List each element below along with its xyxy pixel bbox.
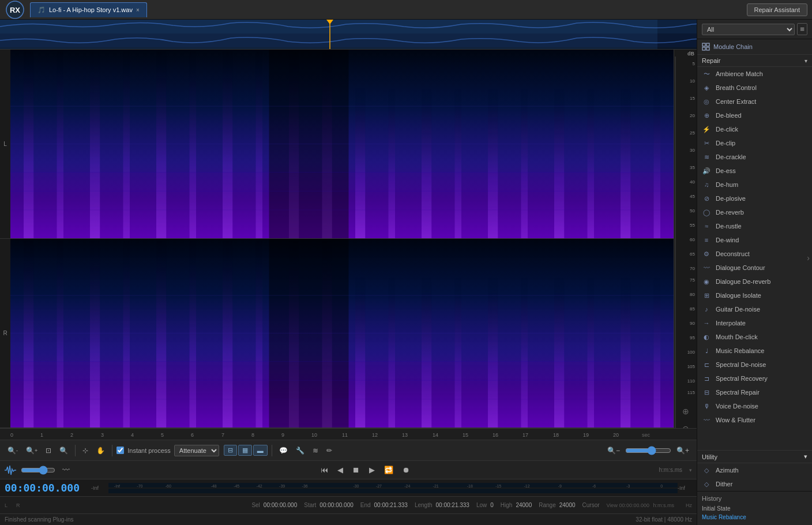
module-item-wow[interactable]: 〰 Wow & Flutter xyxy=(697,413,812,427)
main-layout: L R xyxy=(0,20,812,525)
module-icon-rustle: ≈ xyxy=(702,222,711,231)
go-to-start-btn[interactable]: ⏮ xyxy=(318,464,330,475)
instant-process-label: Instant process xyxy=(127,447,171,454)
loop-btn[interactable]: 🔁 xyxy=(382,464,396,475)
zoom-in-btn[interactable]: 🔍+ xyxy=(674,445,692,456)
module-item-reverb[interactable]: ◯ De-reverb xyxy=(697,205,812,219)
record-btn[interactable]: ⏺ xyxy=(400,464,412,475)
spectrogram-channel-l[interactable] xyxy=(10,50,674,239)
zoom-out-time-btn[interactable]: 🔍- xyxy=(5,445,21,456)
module-item-breath[interactable]: ◈ Breath Control xyxy=(697,81,812,95)
history-item-0[interactable]: Initial State xyxy=(702,504,807,513)
module-item-wind[interactable]: ≡ De-wind xyxy=(697,233,812,247)
panel-filter-header: All ≡ xyxy=(697,20,812,39)
module-icon-voice: 🎙 xyxy=(702,402,711,411)
module-item-contour[interactable]: 〰 Dialogue Contour xyxy=(697,261,812,275)
module-item-dia-reverb[interactable]: ◉ Dialogue De-reverb xyxy=(697,275,812,288)
svg-text:-70: -70 xyxy=(137,484,142,488)
module-icon-guitar: ♪ xyxy=(702,305,711,314)
module-item-clip[interactable]: ✂ De-clip xyxy=(697,136,812,150)
length-label: Length xyxy=(415,502,433,508)
utility-module-list: ◇ Azimuth ◇ Dither xyxy=(697,463,812,491)
eq-btn[interactable]: ≋ xyxy=(310,445,321,456)
module-item-voice[interactable]: 🎙 Voice De-noise xyxy=(697,399,812,413)
module-item-rustle[interactable]: ≈ De-rustle xyxy=(697,219,812,233)
attenuate-select[interactable]: Attenuate xyxy=(174,445,219,456)
module-item-deconstruct[interactable]: ⚙ Deconstruct xyxy=(697,247,812,261)
module-item-wave[interactable]: 〜 Ambience Match xyxy=(697,67,812,81)
instant-process-checkbox[interactable] xyxy=(116,447,124,454)
module-chain-icon xyxy=(702,43,710,51)
db-scale: dB 5 10 15 20 25 30 35 40 45 xyxy=(674,50,697,428)
overview-waveform-area[interactable] xyxy=(0,20,697,50)
zoom-fit-btn[interactable]: ⊡ xyxy=(43,445,54,456)
spectrogram-main[interactable] xyxy=(10,50,674,428)
zoom-in-freq-btn[interactable]: 🔍 xyxy=(57,445,71,456)
render-waveform-btn[interactable]: ⊟ xyxy=(224,445,237,456)
svg-text:9: 9 xyxy=(281,432,284,438)
repair-assistant-button[interactable]: Repair Assistant xyxy=(747,3,807,16)
render-both-btn[interactable]: ▬ xyxy=(253,445,268,456)
svg-text:20: 20 xyxy=(690,113,695,118)
pan-tool-btn[interactable]: ✋ xyxy=(93,445,108,456)
comment-btn[interactable]: 💬 xyxy=(276,445,291,456)
utility-item-azimuth[interactable]: ◇ Azimuth xyxy=(697,463,812,477)
svg-text:-18: -18 xyxy=(467,484,473,488)
zoom-slider[interactable] xyxy=(625,446,671,455)
repair-category-label: Repair xyxy=(702,57,720,64)
volume-slider[interactable] xyxy=(21,466,55,475)
module-item-plosive[interactable]: ⊘ De-plosive xyxy=(697,192,812,205)
module-icon-ess: 🔊 xyxy=(702,166,711,175)
module-item-guitar[interactable]: ♪ Guitar De-noise xyxy=(697,302,812,316)
module-item-hum[interactable]: ♫ De-hum xyxy=(697,178,812,192)
module-chain-btn[interactable]: Module Chain xyxy=(697,39,812,55)
repair-btn[interactable]: 🔧 xyxy=(293,445,307,456)
waveform-type-btn[interactable]: 〰 xyxy=(60,464,72,475)
module-item-isolate[interactable]: ⊞ Dialogue Isolate xyxy=(697,288,812,302)
module-item-bleed[interactable]: ⊕ De-bleed xyxy=(697,108,812,122)
svg-text:25: 25 xyxy=(690,130,695,136)
zoom-out-btn[interactable]: 🔍− xyxy=(604,445,623,456)
module-filter-select[interactable]: All xyxy=(702,24,795,35)
play-btn[interactable]: ▶ xyxy=(367,464,377,475)
active-tab[interactable]: 🎵 Lo-fi - A Hip-hop Story v1.wav × xyxy=(30,2,147,17)
module-item-music[interactable]: ♩ Music Rebalance xyxy=(697,344,812,358)
utility-category-header[interactable]: Utility ▾ xyxy=(697,450,812,463)
svg-text:1: 1 xyxy=(40,432,43,438)
svg-text:12: 12 xyxy=(372,432,378,438)
module-label-bleed: De-bleed xyxy=(716,112,742,119)
select-tool-btn[interactable]: ⊹ xyxy=(80,445,91,456)
module-item-spectral-denoise[interactable]: ⊏ Spectral De-noise xyxy=(697,358,812,372)
svg-text:95: 95 xyxy=(690,335,695,340)
module-label-wind: De-wind xyxy=(716,237,739,243)
end-val: 00:00:21.333 xyxy=(374,502,408,508)
module-item-spectral-recovery[interactable]: ⊐ Spectral Recovery xyxy=(697,372,812,385)
module-item-center[interactable]: ◎ Center Extract xyxy=(697,95,812,108)
render-spectrogram-btn[interactable]: ▦ xyxy=(238,445,252,456)
module-item-crackle[interactable]: ≋ De-crackle xyxy=(697,150,812,164)
filter-menu-btn[interactable]: ≡ xyxy=(797,23,807,35)
module-item-mouth[interactable]: ◐ Mouth De-click xyxy=(697,330,812,344)
time-format-arrow[interactable]: ▾ xyxy=(689,467,692,473)
tab-close-btn[interactable]: × xyxy=(136,7,140,13)
svg-text:-48: -48 xyxy=(211,484,217,488)
stats-l-label: L xyxy=(5,502,9,508)
utility-icon-dither: ◇ xyxy=(702,479,711,489)
module-item-ess[interactable]: 🔊 De-ess xyxy=(697,164,812,178)
spectrogram-channel-r[interactable] xyxy=(10,239,674,428)
pencil-btn[interactable]: ✏ xyxy=(324,445,335,456)
zoom-in-time-btn[interactable]: 🔍+ xyxy=(23,445,40,456)
module-item-spectral-repair[interactable]: ⊟ Spectral Repair xyxy=(697,385,812,399)
svg-text:-60: -60 xyxy=(166,484,171,488)
play-backward-btn[interactable]: ◀ xyxy=(335,464,345,475)
spectrogram-l-svg xyxy=(10,50,674,238)
module-item-click[interactable]: ⚡ De-click xyxy=(697,122,812,136)
module-item-interpolate[interactable]: → Interpolate xyxy=(697,316,812,330)
waveform-icon xyxy=(5,464,16,476)
repair-category-header[interactable]: Repair ▾ xyxy=(697,55,812,67)
utility-item-dither[interactable]: ◇ Dither xyxy=(697,477,812,491)
panel-expand-btn[interactable]: › xyxy=(807,253,810,262)
stop-btn[interactable]: ⏹ xyxy=(350,464,362,475)
history-item-1[interactable]: Music Rebalance xyxy=(702,513,807,522)
module-icon-mouth: ◐ xyxy=(702,332,711,342)
